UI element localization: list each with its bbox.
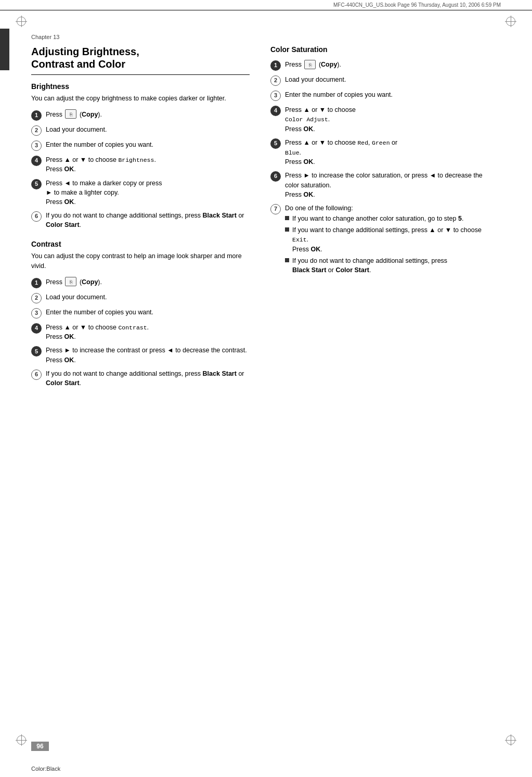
contrast-badge-2: 2 [31,293,42,303]
cs-text-1: Press ⎘ (Copy). [285,60,341,70]
brightness-step-6: 6 If you do not want to change additiona… [31,211,250,230]
step-badge-1: 1 [31,110,42,121]
cs-step-1: 1 Press ⎘ (Copy). [270,60,489,71]
cs-bullet-3: If you do not want to change additional … [285,256,489,275]
brightness-step-3: 3 Enter the number of copies you want. [31,140,250,151]
cs-text-7: Do one of the following: If you want to … [285,203,489,277]
corner-mark-bl [16,734,27,746]
cs-bullet-text-1: If you want to change another color satu… [292,214,463,223]
contrast-step-3: 3 Enter the number of copies you want. [31,308,250,319]
cs-step-2: 2 Load your document. [270,75,489,86]
cs-text-4: Press ▲ or ▼ to chooseColor Adjust.Press… [285,105,356,134]
contrast-text-3: Enter the number of copies you want. [46,308,153,317]
bullet-square-2 [285,227,289,232]
section-divider [31,74,250,75]
contrast-badge-6: 6 [31,370,42,380]
step-badge-4: 4 [31,156,42,166]
main-title: Adjusting Brightness,Contrast and Color [31,45,250,70]
color-saturation-steps: 1 Press ⎘ (Copy). 2 Load your document. … [270,60,489,277]
corner-mark-br [505,734,516,746]
cs-step-7: 7 Do one of the following: If you want t… [270,203,489,277]
contrast-text-2: Load your document. [46,292,107,302]
contrast-badge-1: 1 [31,278,42,288]
cs-text-5: Press ▲ or ▼ to choose Red, Green orBlue… [285,138,397,167]
step-badge-2: 2 [31,125,42,136]
contrast-text-6: If you do not want to change additional … [46,369,244,388]
color-saturation-title: Color Saturation [270,45,489,54]
contrast-text-1: Press ⎘ (Copy). [46,277,102,287]
brightness-title: Brightness [31,82,250,91]
contrast-description: You can adjust the copy contrast to help… [31,251,250,271]
cs-badge-4: 4 [270,106,281,116]
cs-badge-7: 7 [270,204,281,214]
bullet-square-1 [285,216,289,220]
contrast-step-2: 2 Load your document. [31,292,250,303]
cs-bullet-list: If you want to change another color satu… [285,214,489,275]
cs-badge-5: 5 [270,138,281,149]
cs-step-3: 3 Enter the number of copies you want. [270,90,489,101]
step-text-3: Enter the number of copies you want. [46,140,153,149]
color-label: Color:Black [31,766,60,772]
contrast-text-5: Press ► to increase the contrast or pres… [46,346,247,364]
brightness-step-4: 4 Press ▲ or ▼ to choose Brightness.Pres… [31,155,250,174]
step-badge-6: 6 [31,211,42,222]
contrast-step-4: 4 Press ▲ or ▼ to choose Contrast.Press … [31,323,250,342]
cs-bullet-text-3: If you do not want to change additional … [292,256,447,275]
cs-badge-6: 6 [270,171,281,182]
step-text-6: If you do not want to change additional … [46,211,244,230]
brightness-step-2: 2 Load your document. [31,125,250,136]
left-tab [0,29,9,70]
copy-button-icon-2: ⎘ [65,277,76,286]
contrast-badge-3: 3 [31,308,42,319]
cs-text-3: Enter the number of copies you want. [285,90,393,99]
left-column: Adjusting Brightness,Contrast and Color … [31,45,250,398]
cs-badge-2: 2 [270,75,281,86]
copy-button-icon-3: ⎘ [304,60,316,69]
step-text-4: Press ▲ or ▼ to choose Brightness.Press … [46,155,156,174]
step-text-5: Press ◄ to make a darker copy or press► … [46,179,162,207]
top-bar: MFC-440CN_UG_US.book Page 96 Thursday, A… [0,0,532,10]
corner-mark-tl [16,16,27,27]
cs-text-6: Press ► to increase the color saturation… [285,171,489,199]
contrast-text-4: Press ▲ or ▼ to choose Contrast.Press OK… [46,323,149,342]
brightness-section: Brightness You can adjust the copy brigh… [31,82,250,230]
contrast-step-6: 6 If you do not want to change additiona… [31,369,250,388]
cs-bullet-1: If you want to change another color satu… [285,214,489,223]
brightness-step-5: 5 Press ◄ to make a darker copy or press… [31,179,250,207]
brightness-steps: 1 Press ⎘ (Copy). 2 Load your document. … [31,110,250,230]
cs-step-5: 5 Press ▲ or ▼ to choose Red, Green orBl… [270,138,489,167]
bottom-bar: 96 [0,742,532,751]
bullet-square-3 [285,258,289,262]
step-badge-5: 5 [31,179,42,189]
contrast-step-1: 1 Press ⎘ (Copy). [31,277,250,288]
copy-button-icon: ⎘ [65,109,76,119]
contrast-badge-5: 5 [31,346,42,356]
brightness-description: You can adjust the copy brightness to ma… [31,94,250,104]
contrast-title: Contrast [31,240,250,248]
contrast-section: Contrast You can adjust the copy contras… [31,240,250,388]
chapter-label: Chapter 13 [31,34,59,40]
cs-step-4: 4 Press ▲ or ▼ to chooseColor Adjust.Pre… [270,105,489,134]
brightness-step-1: 1 Press ⎘ (Copy). [31,110,250,121]
cs-bullet-2: If you want to change additional setting… [285,225,489,254]
corner-mark-tr [505,16,516,27]
cs-bullet-text-2: If you want to change additional setting… [292,225,489,254]
cs-text-2: Load your document. [285,75,346,84]
contrast-steps: 1 Press ⎘ (Copy). 2 Load your document. … [31,277,250,388]
step-text-2: Load your document. [46,125,107,134]
content-area: Adjusting Brightness,Contrast and Color … [0,45,532,398]
cs-badge-1: 1 [270,60,281,71]
contrast-step-5: 5 Press ► to increase the contrast or pr… [31,346,250,364]
page-number: 96 [31,742,49,751]
chapter-header: Chapter 13 [0,10,532,45]
step-text-1: Press ⎘ (Copy). [46,110,102,120]
cs-badge-3: 3 [270,91,281,101]
cs-step-6: 6 Press ► to increase the color saturati… [270,171,489,199]
page: MFC-440CN_UG_US.book Page 96 Thursday, A… [0,0,532,777]
filename: MFC-440CN_UG_US.book Page 96 Thursday, A… [333,2,501,8]
right-column: Color Saturation 1 Press ⎘ (Copy). 2 Loa… [270,45,489,398]
step-badge-3: 3 [31,141,42,151]
contrast-badge-4: 4 [31,323,42,334]
